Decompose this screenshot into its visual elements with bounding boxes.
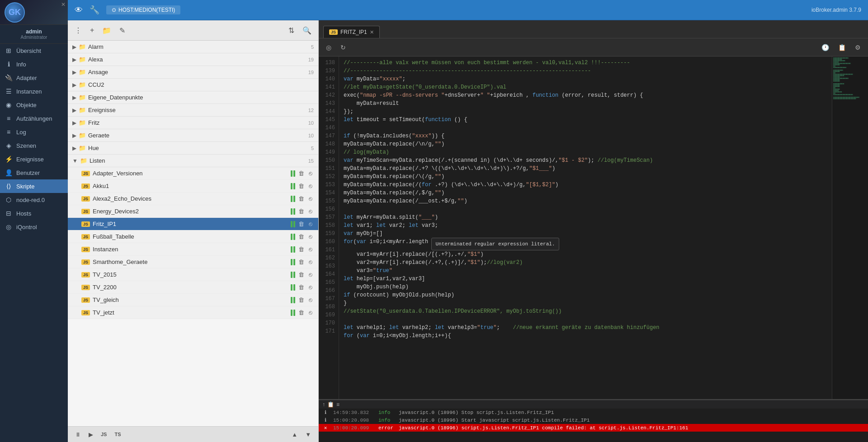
sidebar-item-uebersicht[interactable]: ⊞Übersicht <box>0 44 68 57</box>
wrench-icon[interactable]: 🔧 <box>90 5 99 15</box>
delete-btn-adapter_versionen[interactable]: 🗑 <box>297 169 306 177</box>
run-dot1-energy_devices2 <box>291 208 292 215</box>
tab-close-button[interactable]: ✕ <box>370 29 374 35</box>
script-name-alexa2_echo: Alexa2_Echo_Devices <box>93 195 288 202</box>
script-item-energy_devices2[interactable]: JS Energy_Devices2 🗑 ⎋ <box>68 205 318 218</box>
folder-count-alarm: 5 <box>311 44 314 50</box>
editor-clock-button[interactable]: 🕐 <box>819 42 832 52</box>
sidebar-item-node-red[interactable]: ⬡node-red.0 <box>0 193 68 207</box>
sidebar-item-log[interactable]: ≡Log <box>0 125 68 139</box>
folder-header-alarm[interactable]: ▶ 📁 Alarm 5 <box>68 41 318 53</box>
delete-btn-tv2200[interactable]: 🗑 <box>297 283 306 291</box>
export-btn-fritz_ip1[interactable]: ⎋ <box>307 220 314 228</box>
export-btn-tv2015[interactable]: ⎋ <box>307 271 314 278</box>
folder-header-ccu2[interactable]: ▶ 📁 CCU2 <box>68 79 318 91</box>
export-btn-alexa2_echo[interactable]: ⎋ <box>307 195 314 202</box>
import-ts-button[interactable]: TS <box>112 430 123 438</box>
line-num-150: 150 <box>319 156 335 165</box>
editor-settings-button[interactable]: ⚙ <box>852 42 863 52</box>
host-tab[interactable]: ⊙ HOST:MEDION(TESTI) <box>106 5 180 14</box>
console-scroll-up[interactable]: ↑ <box>322 401 325 408</box>
editor-target-button[interactable]: ◎ <box>323 42 334 52</box>
editor-tabs: JS FRITZ_IP1 ✕ <box>319 20 868 38</box>
import-js-button[interactable]: JS <box>98 430 109 438</box>
scroll-up-button[interactable]: ▲ <box>289 430 300 439</box>
editor-clipboard-button[interactable]: 📋 <box>835 42 849 52</box>
scroll-down-button[interactable]: ▼ <box>302 430 314 439</box>
folder-header-fritz[interactable]: ▶ 📁 Fritz 10 <box>68 117 318 129</box>
script-actions-fritz_ip1: 🗑 ⎋ <box>291 220 314 228</box>
content: ⋮ + 📁 ✎ ⇅ 🔍 ▶ 📁 Alarm 5 ▶ 📁 Alexa 19 ▶ 📁… <box>68 20 868 442</box>
script-item-adapter_versionen[interactable]: JS Adapter_Versionen 🗑 ⎋ <box>68 167 318 180</box>
export-btn-tv2200[interactable]: ⎋ <box>307 283 314 291</box>
folder-header-listen[interactable]: ▼ 📁 Listen 15 <box>68 155 318 167</box>
sort-button[interactable]: ⇅ <box>286 25 297 36</box>
folder-header-geraete[interactable]: ▶ 📁 Geraete 10 <box>68 129 318 142</box>
folder-header-alexa[interactable]: ▶ 📁 Alexa 19 <box>68 53 318 66</box>
delete-btn-fussball[interactable]: 🗑 <box>297 233 306 240</box>
folder-header-hue[interactable]: ▶ 📁 Hue 5 <box>68 142 318 155</box>
delete-btn-instanzen[interactable]: 🗑 <box>297 245 306 253</box>
edit-button[interactable]: ✎ <box>117 25 127 36</box>
add-script-button[interactable]: + <box>88 25 96 36</box>
script-item-alexa2_echo[interactable]: JS Alexa2_Echo_Devices 🗑 ⎋ <box>68 193 318 205</box>
delete-btn-energy_devices2[interactable]: 🗑 <box>297 207 306 215</box>
script-item-tv_gleich[interactable]: JS TV_gleich 🗑 ⎋ <box>68 294 318 306</box>
js-badge-fussball: JS <box>81 234 90 240</box>
sidebar-item-objekte[interactable]: ◉Objekte <box>0 98 68 112</box>
script-item-fussball[interactable]: JS Fußball_Tabelle 🗑 ⎋ <box>68 230 318 243</box>
script-item-smarthome[interactable]: JS Smarthome_Geraete 🗑 ⎋ <box>68 256 318 268</box>
sidebar-item-adapter[interactable]: 🔌Adapter <box>0 71 68 85</box>
delete-btn-smarthome[interactable]: 🗑 <box>297 258 306 266</box>
code-content[interactable]: //---------alle valx werte müssen von eu… <box>339 56 832 399</box>
export-btn-akku1[interactable]: ⎋ <box>307 182 314 190</box>
script-item-tv2200[interactable]: JS TV_2200 🗑 ⎋ <box>68 281 318 294</box>
delete-btn-fritz_ip1[interactable]: 🗑 <box>297 220 306 228</box>
export-btn-tv_jetzt[interactable]: ⎋ <box>307 309 314 316</box>
play-all-button[interactable]: ▶ <box>86 430 96 439</box>
sidebar-item-skripte[interactable]: ⟨⟩Skripte <box>0 179 68 193</box>
nav-icon-uebersicht: ⊞ <box>5 47 13 54</box>
folder-header-ereignisse[interactable]: ▶ 📁 Ereignisse 12 <box>68 104 318 117</box>
export-btn-fussball[interactable]: ⎋ <box>307 233 314 240</box>
script-item-akku1[interactable]: JS Akku1 🗑 ⎋ <box>68 180 318 193</box>
delete-btn-akku1[interactable]: 🗑 <box>297 182 306 190</box>
console-copy[interactable]: 📋 <box>327 401 334 408</box>
sidebar-item-hosts[interactable]: ⊟Hosts <box>0 207 68 220</box>
line-num-143: 143 <box>319 99 335 108</box>
close-icon[interactable]: ✕ <box>61 1 66 8</box>
sidebar-item-iqontrol[interactable]: ◎iQontrol <box>0 220 68 234</box>
folder-count-alexa: 19 <box>308 57 314 62</box>
sidebar-item-instanzen[interactable]: ☰Instanzen <box>0 85 68 98</box>
menu-icon[interactable]: ⋮ <box>72 25 84 36</box>
export-btn-smarthome[interactable]: ⎋ <box>307 258 314 266</box>
eye-icon[interactable]: 👁 <box>75 5 83 15</box>
script-item-tv2015[interactable]: JS TV_2015 🗑 ⎋ <box>68 268 318 281</box>
script-item-fritz_ip1[interactable]: JS Fritz_IP1 🗑 ⎋ <box>68 218 318 230</box>
add-folder-button[interactable]: 📁 <box>100 25 113 36</box>
code-line-153: myData=myData.replace(/(for .+?) (\d+\.\… <box>344 181 827 189</box>
export-btn-adapter_versionen[interactable]: ⎋ <box>307 169 314 177</box>
export-btn-tv_gleich[interactable]: ⎋ <box>307 296 314 304</box>
search-button[interactable]: 🔍 <box>300 25 314 36</box>
script-item-instanzen[interactable]: JS Instanzen 🗑 ⎋ <box>68 243 318 256</box>
delete-btn-tv_jetzt[interactable]: 🗑 <box>297 309 306 316</box>
delete-btn-alexa2_echo[interactable]: 🗑 <box>297 195 306 202</box>
folder-header-ansage[interactable]: ▶ 📁 Ansage 19 <box>68 66 318 79</box>
folder-header-eigene[interactable]: ▶ 📁 Eigene_Datenpunkte <box>68 91 318 104</box>
editor-tab-fritz-ip1[interactable]: JS FRITZ_IP1 ✕ <box>323 26 380 38</box>
export-btn-energy_devices2[interactable]: ⎋ <box>307 207 314 215</box>
sidebar-item-ereignisse[interactable]: ⚡Ereignisse <box>0 152 68 166</box>
sidebar-item-info[interactable]: ℹInfo <box>0 57 68 71</box>
console-list[interactable]: ≡ <box>336 401 340 408</box>
sidebar-item-aufzaehlungen[interactable]: ≡Aufzählungen <box>0 112 68 125</box>
script-item-tv_jetzt[interactable]: JS TV_jetzt 🗑 ⎋ <box>68 306 318 319</box>
delete-btn-tv2015[interactable]: 🗑 <box>297 271 306 278</box>
sidebar-item-benutzer[interactable]: 👤Benutzer <box>0 166 68 179</box>
tooltip-160: Unterminated regular expression literal. <box>431 238 559 250</box>
stop-all-button[interactable]: ⏸ <box>72 430 84 439</box>
export-btn-instanzen[interactable]: ⎋ <box>307 245 314 253</box>
delete-btn-tv_gleich[interactable]: 🗑 <box>297 296 306 304</box>
editor-refresh-button[interactable]: ↻ <box>338 42 349 52</box>
sidebar-item-szenen[interactable]: ◈Szenen <box>0 139 68 152</box>
